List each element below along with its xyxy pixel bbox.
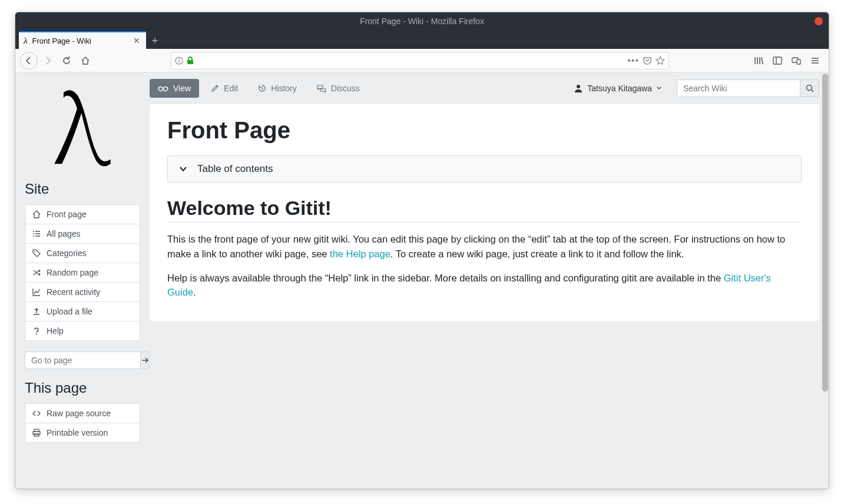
svg-point-8 <box>34 251 35 252</box>
site-info-icon[interactable] <box>175 57 183 65</box>
tab-view[interactable]: View <box>150 79 199 98</box>
sidebar-item-raw-source[interactable]: Raw page source <box>25 404 140 423</box>
toc-label: Table of contents <box>197 163 273 175</box>
app-menu-button[interactable] <box>806 52 824 69</box>
goto-page-input[interactable] <box>25 352 141 369</box>
library-button[interactable] <box>750 52 767 69</box>
reload-icon <box>62 56 71 65</box>
print-icon <box>32 429 41 437</box>
tab-label: Edit <box>224 84 238 93</box>
reload-button[interactable] <box>58 52 75 69</box>
sidebar-item-upload-file[interactable]: Upload a file <box>25 302 140 321</box>
home-icon <box>81 56 90 65</box>
chart-icon <box>32 288 41 296</box>
svg-point-9 <box>36 334 37 335</box>
lambda-icon <box>50 82 115 170</box>
goto-page-button[interactable] <box>141 352 150 369</box>
scrollbar-thumb[interactable] <box>822 74 828 392</box>
arrow-left-icon <box>24 56 34 65</box>
sidebar-button[interactable] <box>769 52 786 69</box>
navigation-toolbar: ••• <box>15 49 829 72</box>
library-icon <box>754 56 763 65</box>
help-page-link[interactable]: the Help page <box>330 248 390 259</box>
wiki-logo[interactable] <box>25 82 140 170</box>
responsive-design-button[interactable] <box>787 52 805 69</box>
sidebar-site-list: Front page All pages Categories Random p… <box>25 204 140 341</box>
svg-point-15 <box>577 85 580 88</box>
svg-rect-7 <box>797 59 800 64</box>
sidebar-item-label: All pages <box>47 229 81 238</box>
bookmark-star-icon[interactable] <box>656 56 665 65</box>
sidebar-item-categories[interactable]: Categories <box>25 244 140 263</box>
page-title: Front Page <box>167 117 802 144</box>
hamburger-icon <box>810 56 820 65</box>
sidebar-item-label: Help <box>47 326 64 336</box>
arrow-right-icon <box>43 56 52 65</box>
chevron-down-icon <box>178 164 188 174</box>
lock-icon <box>187 57 194 65</box>
home-icon <box>32 210 41 218</box>
tab-label: History <box>271 84 297 93</box>
sidebar-item-front-page[interactable]: Front page <box>25 205 140 224</box>
tab-title: Front Page - Wiki <box>32 37 91 45</box>
edit-icon <box>211 84 219 92</box>
page-content: Site Front page All pages Categories Ran… <box>15 72 829 489</box>
sidebar-item-label: Upload a file <box>47 307 92 316</box>
home-button[interactable] <box>77 52 94 69</box>
user-menu[interactable]: Tatsuya Kitagawa <box>568 80 667 97</box>
sidebar-item-label: Front page <box>47 210 87 219</box>
sidebar-item-label: Random page <box>47 268 98 277</box>
window-close-button[interactable] <box>815 17 823 25</box>
page-actions-icon[interactable]: ••• <box>627 55 639 66</box>
upload-icon <box>32 307 41 316</box>
svg-rect-2 <box>178 60 179 62</box>
firefox-window: Front Page - Wiki - Mozilla Firefox λ Fr… <box>15 12 829 489</box>
back-button[interactable] <box>20 52 38 69</box>
search-input[interactable] <box>677 79 800 97</box>
code-icon <box>32 409 41 417</box>
sidebar-item-label: Categories <box>47 248 87 258</box>
tab-label: Discuss <box>331 84 360 93</box>
sidebar-icon <box>773 56 782 65</box>
user-icon <box>574 84 582 92</box>
sidebar-item-label: Printable version <box>47 428 108 437</box>
tab-close-button[interactable]: ✕ <box>133 36 140 45</box>
svg-point-16 <box>806 85 812 91</box>
tab-discuss[interactable]: Discuss <box>309 79 368 98</box>
url-bar[interactable]: ••• <box>171 52 669 69</box>
user-name: Tatsuya Kitagawa <box>587 84 652 93</box>
wiki-sidebar: Site Front page All pages Categories Ran… <box>15 72 150 489</box>
sidebar-item-recent-activity[interactable]: Recent activity <box>25 283 140 302</box>
glasses-icon <box>158 84 168 92</box>
scrollbar[interactable] <box>822 72 829 489</box>
sidebar-item-random-page[interactable]: Random page <box>25 263 140 283</box>
sidebar-item-label: Recent activity <box>47 287 100 297</box>
sidebar-item-label: Raw page source <box>47 409 111 418</box>
pocket-icon[interactable] <box>643 56 652 65</box>
tab-edit[interactable]: Edit <box>203 79 246 98</box>
sidebar-item-all-pages[interactable]: All pages <box>25 224 140 244</box>
wiki-article: Front Page Table of contents Welcome to … <box>150 104 819 321</box>
new-tab-button[interactable]: ＋ <box>146 31 164 49</box>
chevron-down-icon <box>657 86 661 91</box>
svg-point-1 <box>178 58 180 59</box>
article-paragraph: Help is always available through the “He… <box>167 271 802 300</box>
goto-page-group <box>25 352 140 369</box>
svg-rect-12 <box>34 434 39 436</box>
table-of-contents-toggle[interactable]: Table of contents <box>167 155 802 183</box>
svg-rect-3 <box>187 60 193 64</box>
tab-favicon-lambda-icon: λ <box>24 36 28 46</box>
sidebar-item-help[interactable]: Help <box>25 321 140 340</box>
window-titlebar: Front Page - Wiki - Mozilla Firefox <box>15 12 829 30</box>
sidebar-item-printable[interactable]: Printable version <box>25 423 140 442</box>
window-title: Front Page - Wiki - Mozilla Firefox <box>360 16 484 26</box>
tab-history[interactable]: History <box>250 79 305 98</box>
arrow-right-icon <box>141 356 149 364</box>
svg-rect-4 <box>773 57 782 64</box>
history-icon <box>258 84 266 92</box>
search-group <box>677 79 819 97</box>
sidebar-heading-thispage: This page <box>25 380 140 396</box>
search-button[interactable] <box>800 79 819 97</box>
browser-tab[interactable]: λ Front Page - Wiki ✕ <box>19 31 146 49</box>
sidebar-heading-site: Site <box>25 181 140 197</box>
